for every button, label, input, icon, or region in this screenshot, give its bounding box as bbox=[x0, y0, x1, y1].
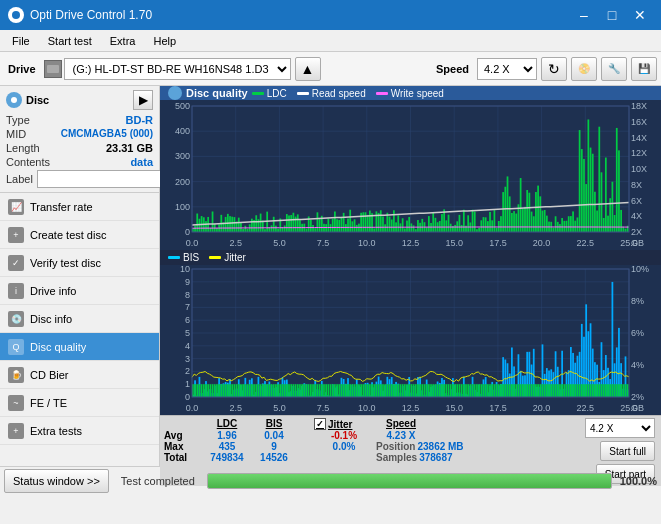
length-value: 23.31 GB bbox=[106, 142, 153, 154]
drive-eject-button[interactable]: ▲ bbox=[295, 57, 321, 81]
bis-legend-color bbox=[168, 256, 180, 259]
label-input[interactable] bbox=[37, 170, 170, 188]
menu-start-test[interactable]: Start test bbox=[40, 33, 100, 49]
menu-help[interactable]: Help bbox=[145, 33, 184, 49]
status-window-button[interactable]: Status window >> bbox=[4, 469, 109, 493]
fe-te-label: FE / TE bbox=[30, 397, 67, 409]
contents-value: data bbox=[130, 156, 153, 168]
cd-bier-icon: 🍺 bbox=[8, 367, 24, 383]
create-test-disc-label: Create test disc bbox=[30, 229, 106, 241]
max-jitter: 0.0% bbox=[314, 441, 374, 452]
start-full-button[interactable]: Start full bbox=[600, 441, 655, 461]
drive-icon bbox=[44, 60, 62, 78]
extra-tests-icon: + bbox=[8, 423, 24, 439]
title-bar: Opti Drive Control 1.70 – □ ✕ bbox=[0, 0, 661, 30]
label-label: Label bbox=[6, 173, 33, 185]
sidebar-item-extra-tests[interactable]: + Extra tests bbox=[0, 417, 159, 445]
stats-table: LDC BIS ✓ Jitter Speed Avg 1.96 0.04 bbox=[164, 418, 581, 463]
toolbar-save-button[interactable]: 💾 bbox=[631, 57, 657, 81]
avg-label: Avg bbox=[164, 430, 200, 441]
sidebar-item-verify-test-disc[interactable]: ✓ Verify test disc bbox=[0, 249, 159, 277]
sidebar-item-fe-te[interactable]: ~ FE / TE bbox=[0, 389, 159, 417]
writespeed-legend-label: Write speed bbox=[391, 88, 444, 99]
chart-header-icon bbox=[168, 86, 182, 100]
main-layout: Disc ▶ Type BD-R MID CMCMAGBA5 (000) Len… bbox=[0, 86, 661, 466]
drive-info-icon: i bbox=[8, 283, 24, 299]
disc-panel-title: Disc bbox=[26, 94, 49, 106]
max-ldc: 435 bbox=[202, 441, 252, 452]
speed-label: Speed bbox=[432, 63, 473, 75]
sidebar-item-cd-bier[interactable]: 🍺 CD Bier bbox=[0, 361, 159, 389]
window-title: Opti Drive Control 1.70 bbox=[30, 8, 152, 22]
cd-bier-label: CD Bier bbox=[30, 369, 69, 381]
chart2-canvas bbox=[160, 265, 661, 415]
position-val: 23862 MB bbox=[417, 441, 463, 452]
avg-jitter: -0.1% bbox=[314, 430, 374, 441]
speed-dropdown-stats[interactable]: 4.2 X bbox=[585, 418, 655, 438]
total-bis: 14526 bbox=[254, 452, 294, 463]
stats-speed-header: Speed bbox=[376, 418, 426, 430]
drive-info-label: Drive info bbox=[30, 285, 76, 297]
stats-jitter-header: Jitter bbox=[328, 419, 352, 430]
legend-jitter: Jitter bbox=[209, 252, 246, 263]
chart2-wrapper bbox=[160, 265, 661, 415]
disc-quality-label: Disc quality bbox=[30, 341, 86, 353]
sidebar-item-disc-info[interactable]: 💿 Disc info bbox=[0, 305, 159, 333]
sidebar: Disc ▶ Type BD-R MID CMCMAGBA5 (000) Len… bbox=[0, 86, 160, 466]
disc-panel: Disc ▶ Type BD-R MID CMCMAGBA5 (000) Len… bbox=[0, 86, 159, 193]
verify-test-disc-label: Verify test disc bbox=[30, 257, 101, 269]
chart-title: Disc quality bbox=[186, 87, 248, 99]
length-label: Length bbox=[6, 142, 40, 154]
sidebar-item-create-test-disc[interactable]: + Create test disc bbox=[0, 221, 159, 249]
avg-ldc: 1.96 bbox=[202, 430, 252, 441]
app-icon bbox=[8, 7, 24, 23]
position-label: Position bbox=[376, 441, 415, 452]
toolbar-btn1[interactable]: 📀 bbox=[571, 57, 597, 81]
jitter-legend-label: Jitter bbox=[224, 252, 246, 263]
drive-label: Drive bbox=[4, 63, 40, 75]
contents-label: Contents bbox=[6, 156, 50, 168]
progress-container bbox=[207, 473, 612, 489]
disc-panel-expand[interactable]: ▶ bbox=[133, 90, 153, 110]
window-controls: – □ ✕ bbox=[571, 4, 653, 26]
progress-bar bbox=[208, 474, 611, 488]
sidebar-item-drive-info[interactable]: i Drive info bbox=[0, 277, 159, 305]
type-value: BD-R bbox=[126, 114, 154, 126]
bis-legend-label: BIS bbox=[183, 252, 199, 263]
create-test-disc-icon: + bbox=[8, 227, 24, 243]
chart1-wrapper bbox=[160, 100, 661, 250]
speed-select[interactable]: 4.2 X bbox=[477, 58, 537, 80]
status-percent: 100.0% bbox=[616, 475, 661, 487]
samples-label: Samples bbox=[376, 452, 417, 463]
maximize-button[interactable]: □ bbox=[599, 4, 625, 26]
verify-test-disc-icon: ✓ bbox=[8, 255, 24, 271]
stats-ldc-header: LDC bbox=[202, 418, 252, 430]
transfer-rate-icon: 📈 bbox=[8, 199, 24, 215]
legend: LDC Read speed Write speed bbox=[252, 88, 444, 99]
drive-select[interactable]: (G:) HL-DT-ST BD-RE WH16NS48 1.D3 bbox=[64, 58, 291, 80]
samples-val: 378687 bbox=[419, 452, 452, 463]
jitter-checkbox[interactable]: ✓ bbox=[314, 418, 326, 430]
toolbar-btn2[interactable]: 🔧 bbox=[601, 57, 627, 81]
close-button[interactable]: ✕ bbox=[627, 4, 653, 26]
minimize-button[interactable]: – bbox=[571, 4, 597, 26]
sidebar-item-disc-quality[interactable]: Q Disc quality bbox=[0, 333, 159, 361]
toolbar: Drive (G:) HL-DT-ST BD-RE WH16NS48 1.D3 … bbox=[0, 52, 661, 86]
right-panel: Disc quality LDC Read speed Write speed bbox=[160, 86, 661, 466]
disc-info-label: Disc info bbox=[30, 313, 72, 325]
transfer-rate-label: Transfer rate bbox=[30, 201, 93, 213]
stats-bis-header: BIS bbox=[254, 418, 294, 430]
menu-bar: File Start test Extra Help bbox=[0, 30, 661, 52]
chart1-canvas bbox=[160, 100, 661, 250]
type-label: Type bbox=[6, 114, 30, 126]
status-text: Test completed bbox=[113, 475, 203, 487]
mid-value: CMCMAGBA5 (000) bbox=[61, 128, 153, 140]
speed-refresh-button[interactable]: ↻ bbox=[541, 57, 567, 81]
readspeed-legend-color bbox=[297, 92, 309, 95]
legend-ldc: LDC bbox=[252, 88, 287, 99]
menu-file[interactable]: File bbox=[4, 33, 38, 49]
menu-extra[interactable]: Extra bbox=[102, 33, 144, 49]
sidebar-item-transfer-rate[interactable]: 📈 Transfer rate bbox=[0, 193, 159, 221]
disc-info-icon: 💿 bbox=[8, 311, 24, 327]
readspeed-legend-label: Read speed bbox=[312, 88, 366, 99]
